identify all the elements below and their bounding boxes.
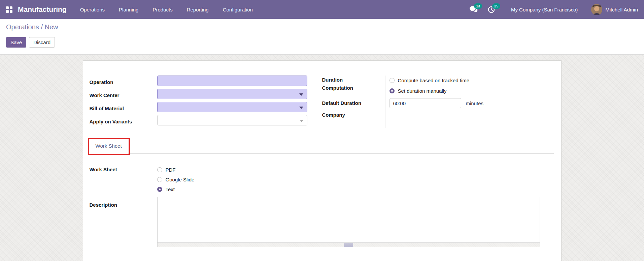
worksheet-tab-content: Work Sheet Description PDF Google Slide … bbox=[90, 165, 554, 247]
radio-icon[interactable] bbox=[157, 167, 162, 172]
radio-option-google-slide[interactable]: Google Slide bbox=[157, 175, 554, 184]
control-panel: Operations / New Save Discard bbox=[0, 19, 644, 55]
bill-of-material-select[interactable] bbox=[157, 102, 307, 112]
menu-reporting[interactable]: Reporting bbox=[187, 7, 209, 12]
breadcrumb: Operations / New bbox=[6, 23, 644, 31]
apps-menu-icon[interactable] bbox=[6, 6, 12, 13]
chevron-down-icon bbox=[299, 107, 303, 109]
textarea-resize-handle[interactable] bbox=[157, 243, 540, 247]
radio-icon[interactable] bbox=[157, 177, 162, 182]
breadcrumb-separator: / bbox=[39, 23, 45, 31]
radio-option-text[interactable]: Text bbox=[157, 184, 554, 194]
notebook-tabbar: Work Sheet bbox=[90, 138, 554, 154]
chevron-down-icon bbox=[299, 93, 303, 96]
operation-input[interactable] bbox=[157, 76, 307, 86]
radio-icon-selected[interactable] bbox=[157, 187, 162, 192]
app-brand[interactable]: Manufacturing bbox=[18, 5, 67, 13]
radio-label[interactable]: Compute based on tracked time bbox=[398, 78, 470, 83]
apply-on-variants-label: Apply on Variants bbox=[90, 119, 132, 124]
messages-badge: 13 bbox=[474, 3, 482, 9]
breadcrumb-parent[interactable]: Operations bbox=[6, 23, 39, 31]
radio-icon[interactable] bbox=[389, 78, 395, 83]
grip-icon bbox=[344, 243, 353, 246]
work-sheet-label: Work Sheet bbox=[90, 167, 117, 172]
form-view-background: Operation Work Center Bill of Material A… bbox=[0, 55, 644, 261]
breadcrumb-current: New bbox=[45, 23, 58, 31]
messages-button[interactable]: 13 bbox=[470, 6, 478, 13]
radio-option-pdf[interactable]: PDF bbox=[157, 165, 554, 175]
menu-products[interactable]: Products bbox=[152, 7, 172, 12]
navbar-systray: 13 25 My Company (San Francisco) Mitchel… bbox=[470, 4, 638, 15]
main-menu: Operations Planning Products Reporting C… bbox=[80, 7, 253, 12]
work-center-select[interactable] bbox=[157, 89, 307, 99]
activities-button[interactable]: 25 bbox=[488, 6, 495, 13]
top-navbar: Manufacturing Operations Planning Produc… bbox=[0, 0, 644, 19]
duration-computation-label: Duration Computation bbox=[322, 76, 367, 92]
operation-label: Operation bbox=[90, 79, 113, 85]
save-button[interactable]: Save bbox=[6, 37, 26, 48]
tab-work-sheet[interactable]: Work Sheet bbox=[90, 138, 128, 154]
action-buttons: Save Discard bbox=[6, 37, 644, 48]
company-label: Company bbox=[322, 111, 367, 119]
chevron-down-icon bbox=[300, 120, 303, 122]
company-value bbox=[389, 110, 554, 120]
menu-planning[interactable]: Planning bbox=[119, 7, 138, 12]
radio-label[interactable]: PDF bbox=[166, 167, 176, 173]
user-name: Mitchell Admin bbox=[605, 7, 638, 12]
right-values-column: Compute based on tracked time Set durati… bbox=[385, 76, 554, 128]
description-label: Description bbox=[90, 202, 117, 208]
duration-unit-label: minutes bbox=[466, 100, 484, 106]
activities-badge: 25 bbox=[492, 3, 500, 9]
company-switcher[interactable]: My Company (San Francisco) bbox=[511, 7, 578, 12]
radio-icon-selected[interactable] bbox=[389, 88, 395, 93]
discard-button[interactable]: Discard bbox=[29, 37, 55, 48]
radio-label[interactable]: Text bbox=[166, 186, 175, 192]
apply-on-variants-select[interactable] bbox=[157, 115, 307, 125]
form-group-left: Operation Work Center Bill of Material A… bbox=[90, 76, 307, 128]
form-sheet: Operation Work Center Bill of Material A… bbox=[83, 60, 562, 261]
radio-option-set-duration-manually[interactable]: Set duration manually bbox=[389, 86, 554, 95]
form-group-right: Duration Computation Default Duration Co… bbox=[322, 76, 554, 128]
default-duration-label: Default Duration bbox=[322, 99, 367, 107]
default-duration-input[interactable] bbox=[389, 98, 461, 108]
avatar bbox=[591, 4, 602, 15]
radio-label[interactable]: Google Slide bbox=[166, 177, 195, 182]
user-menu[interactable]: Mitchell Admin bbox=[591, 4, 638, 15]
radio-option-compute-tracked-time[interactable]: Compute based on tracked time bbox=[389, 76, 554, 85]
bill-of-material-label: Bill of Material bbox=[90, 106, 124, 111]
work-center-label: Work Center bbox=[90, 92, 120, 98]
grid-icon bbox=[6, 6, 12, 13]
description-textarea[interactable] bbox=[157, 197, 540, 243]
menu-operations[interactable]: Operations bbox=[80, 7, 105, 12]
worksheet-values-column: PDF Google Slide Text bbox=[153, 165, 554, 247]
left-values-column bbox=[153, 76, 307, 128]
radio-label[interactable]: Set duration manually bbox=[398, 88, 447, 94]
menu-configuration[interactable]: Configuration bbox=[223, 7, 253, 12]
